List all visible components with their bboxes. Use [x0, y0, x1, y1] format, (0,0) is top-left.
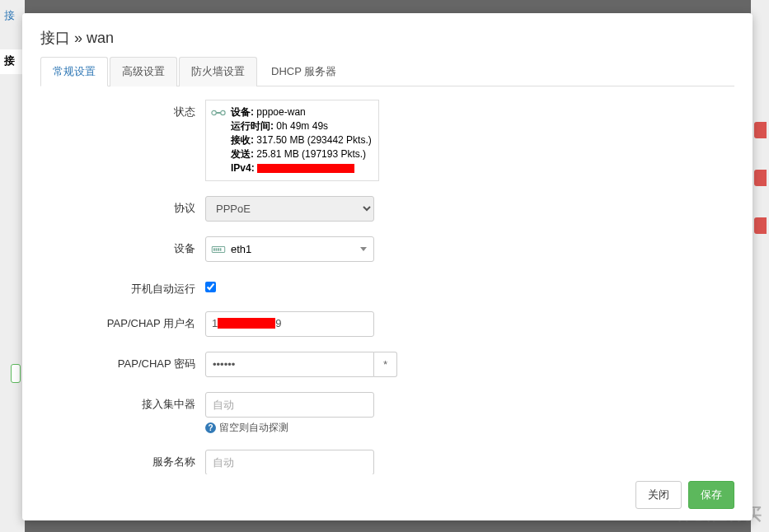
tab-advanced[interactable]: 高级设置 — [110, 57, 177, 86]
row-password: PAP/CHAP 密码 * — [40, 352, 734, 377]
label-device: 设备 — [40, 236, 205, 256]
tab-general-label: 常规设置 — [53, 65, 96, 77]
svg-rect-6 — [218, 248, 219, 250]
bg-green-box — [11, 364, 21, 383]
info-icon: ? — [205, 422, 216, 433]
status-box: 设备: pppoe-wan 运行时间: 0h 49m 49s 接收: 317.5… — [205, 100, 379, 181]
status-lines: 设备: pppoe-wan 运行时间: 0h 49m 49s 接收: 317.5… — [231, 105, 372, 175]
backdrop-left-2: 接 — [0, 49, 25, 74]
status-ipv4-label: IPv4: — [231, 162, 255, 174]
label-username: PAP/CHAP 用户名 — [40, 311, 205, 331]
label-ac: 接入集中器 — [40, 392, 205, 412]
modal-dialog: 接口 » wan 常规设置 高级设置 防火墙设置 DHCP 服务器 状态 设备:… — [22, 13, 753, 520]
svg-point-1 — [212, 110, 216, 114]
username-input[interactable] — [205, 311, 374, 337]
form-body: 状态 设备: pppoe-wan 运行时间: 0h 49m 49s 接收: 31… — [40, 100, 734, 474]
device-value: eth1 — [231, 243, 251, 255]
protocol-select[interactable]: PPPoE — [205, 196, 374, 222]
tab-advanced-label: 高级设置 — [122, 65, 165, 77]
backdrop-left: 接 — [0, 0, 25, 532]
modal-title: 接口 » wan — [40, 28, 734, 48]
status-tx-value: 25.81 MB (197193 Pkts.) — [256, 148, 366, 160]
bg-stub-1 — [754, 122, 767, 138]
bg-stub-2 — [754, 170, 767, 186]
ac-hint: ? 留空则自动探测 — [205, 421, 374, 435]
modal-footer: 关闭 保存 — [40, 474, 734, 509]
row-device: 设备 eth1 — [40, 236, 734, 262]
svg-rect-7 — [220, 248, 222, 250]
svg-rect-5 — [216, 248, 218, 250]
row-username: PAP/CHAP 用户名 1 9 — [40, 311, 734, 337]
save-button-label: 保存 — [701, 488, 722, 501]
row-ac: 接入集中器 ? 留空则自动探测 — [40, 392, 734, 435]
close-button[interactable]: 关闭 — [635, 481, 682, 509]
password-toggle-icon: * — [383, 358, 387, 371]
ac-input[interactable] — [205, 392, 374, 418]
label-service: 服务名称 — [40, 450, 205, 469]
password-toggle-button[interactable]: * — [374, 352, 397, 377]
row-status: 状态 设备: pppoe-wan 运行时间: 0h 49m 49s 接收: 31… — [40, 100, 734, 181]
backdrop-right — [751, 0, 769, 532]
tab-general[interactable]: 常规设置 — [40, 57, 108, 86]
status-tx-label: 发送: — [231, 148, 254, 160]
row-protocol: 协议 PPPoE — [40, 196, 734, 222]
service-input[interactable] — [205, 450, 374, 474]
status-device-label: 设备: — [231, 106, 254, 118]
device-select[interactable]: eth1 — [205, 236, 374, 262]
status-uptime-label: 运行时间: — [231, 120, 274, 132]
network-icon — [211, 107, 226, 119]
save-button[interactable]: 保存 — [688, 481, 734, 509]
tab-dhcp-label: DHCP 服务器 — [271, 65, 336, 77]
bg-stub-3 — [754, 217, 767, 234]
row-service: 服务名称 ? 留空则自动探测 — [40, 450, 734, 474]
status-ipv4-redacted — [257, 164, 354, 173]
row-autostart: 开机自动运行 — [40, 277, 734, 296]
close-button-label: 关闭 — [648, 488, 669, 501]
bg-text-2: 接 — [4, 54, 15, 67]
label-status: 状态 — [40, 100, 205, 119]
bg-text: 接 — [4, 9, 15, 21]
status-uptime-value: 0h 49m 49s — [276, 120, 328, 132]
label-password: PAP/CHAP 密码 — [40, 352, 205, 371]
ethernet-icon — [211, 245, 226, 254]
svg-rect-4 — [213, 248, 215, 250]
password-input[interactable] — [205, 352, 374, 377]
tab-bar: 常规设置 高级设置 防火墙设置 DHCP 服务器 — [40, 56, 734, 86]
status-rx-label: 接收: — [231, 134, 254, 146]
status-device-value: pppoe-wan — [256, 106, 305, 118]
ac-hint-text: 留空则自动探测 — [219, 421, 288, 435]
tab-firewall-label: 防火墙设置 — [191, 65, 245, 77]
tab-dhcp[interactable]: DHCP 服务器 — [259, 57, 349, 86]
label-autostart: 开机自动运行 — [40, 277, 205, 296]
chevron-down-icon — [360, 247, 367, 251]
status-rx-value: 317.50 MB (293442 Pkts.) — [256, 134, 371, 146]
tab-firewall[interactable]: 防火墙设置 — [179, 57, 257, 86]
svg-point-2 — [221, 110, 225, 114]
autostart-checkbox[interactable] — [205, 282, 216, 292]
label-protocol: 协议 — [40, 196, 205, 216]
